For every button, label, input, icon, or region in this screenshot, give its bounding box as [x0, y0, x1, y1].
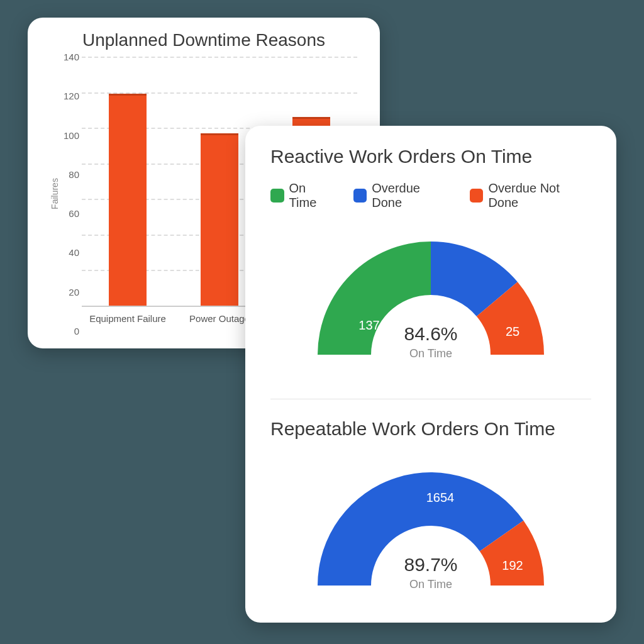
gauge1-title: Reactive Work Orders On Time — [270, 146, 591, 167]
bar-chart-title: Unplanned Downtime Reasons — [43, 30, 365, 50]
ytick: 100 — [58, 130, 79, 140]
gauge1-pct: 84.6% — [270, 323, 591, 345]
gauge2-blue-label: 1654 — [426, 491, 455, 504]
legend-overdue-not-done: Overdue Not Done — [470, 181, 591, 210]
swatch-blue — [353, 189, 367, 203]
gauge-legend: On Time Overdue Done Overdue Not Done — [270, 181, 591, 210]
ytick: 0 — [58, 326, 79, 336]
work-orders-gauge-card: Reactive Work Orders On Time On Time Ove… — [245, 126, 616, 623]
bar-power-outage — [201, 133, 238, 306]
swatch-orange — [470, 189, 484, 203]
legend-on-time: On Time — [270, 181, 336, 210]
gauge2-center: 89.7% On Time — [270, 554, 591, 591]
bar-ylabel: Failures — [50, 178, 60, 209]
ytick: 40 — [58, 247, 79, 258]
gauge1-center: 84.6% On Time — [270, 323, 591, 360]
xlabel: Equipment Failure — [84, 309, 172, 331]
gauge-repeatable: 1654 192 89.7% On Time — [270, 453, 591, 611]
ytick: 20 — [58, 286, 79, 297]
gauge2-pct: 89.7% — [270, 554, 591, 575]
ytick: 80 — [58, 169, 79, 180]
gauge2-title: Repeatable Work Orders On Time — [270, 418, 591, 440]
legend-label: Overdue Not Done — [488, 181, 591, 210]
gauge-reactive: 137 25 84.6% On Time — [270, 223, 591, 380]
gauge2-sub: On Time — [270, 578, 591, 591]
ytick: 60 — [58, 208, 79, 218]
bar-equipment-failure — [109, 94, 147, 306]
legend-overdue-done: Overdue Done — [353, 181, 452, 210]
swatch-green — [270, 189, 284, 203]
gauge1-sub: On Time — [270, 347, 591, 360]
ytick: 120 — [58, 91, 79, 101]
ytick: 140 — [58, 52, 79, 62]
legend-label: On Time — [289, 181, 336, 210]
divider — [270, 399, 591, 399]
legend-label: Overdue Done — [372, 181, 452, 210]
